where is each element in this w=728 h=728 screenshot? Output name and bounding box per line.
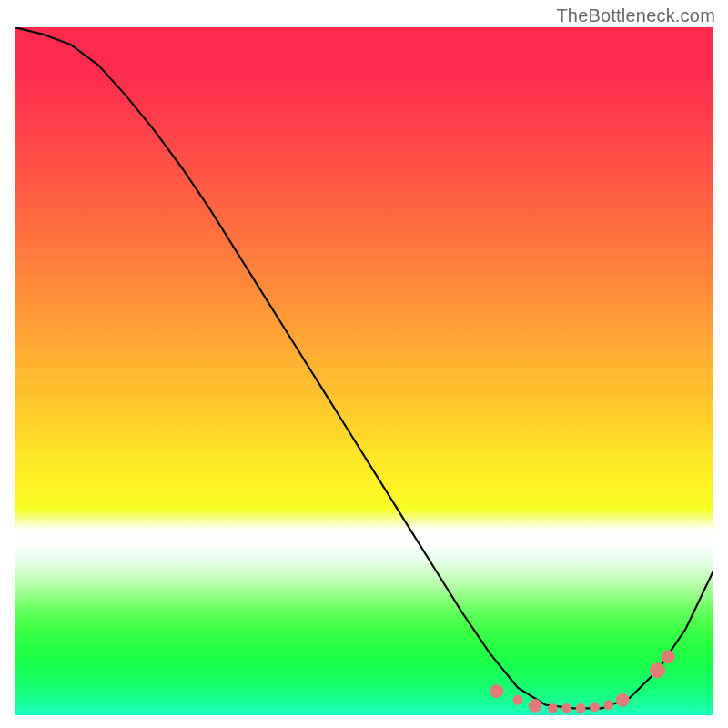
watermark-text: TheBottleneck.com	[556, 5, 715, 26]
chart-marker	[562, 703, 571, 713]
chart-plot-area	[15, 27, 713, 715]
chart-marker	[590, 703, 599, 712]
chart-marker	[490, 685, 503, 698]
chart-marker	[576, 703, 585, 713]
chart-marker	[616, 693, 629, 706]
chart-marker	[651, 663, 665, 678]
chart-curve	[15, 27, 713, 708]
chart-marker	[662, 651, 674, 663]
chart-marker	[529, 699, 541, 712]
chart-marker	[513, 695, 522, 704]
chart-marker	[548, 703, 557, 713]
chart-svg	[15, 27, 713, 715]
chart-marker	[604, 701, 613, 710]
